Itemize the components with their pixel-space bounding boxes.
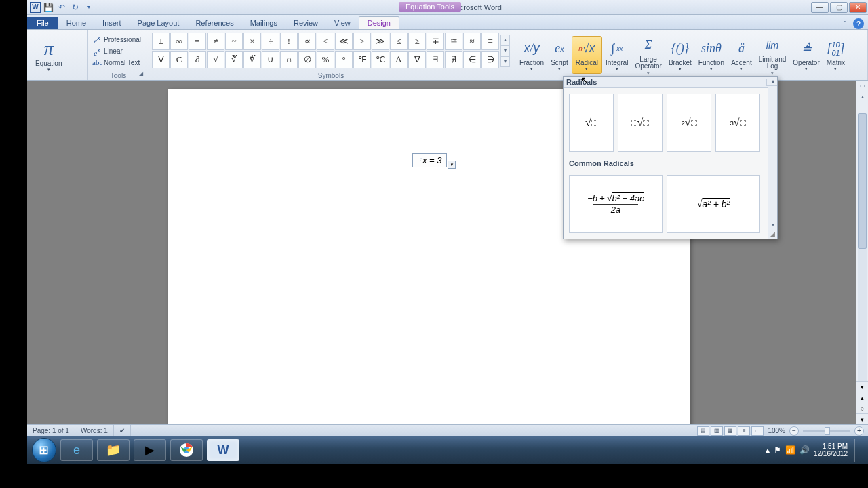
symbol-cell[interactable]: % <box>317 51 334 68</box>
tools-dialog-launcher[interactable]: ◢ <box>139 70 147 79</box>
symbol-cell[interactable]: ℃ <box>372 51 389 68</box>
function-button[interactable]: sinθFunction▾ <box>695 37 728 74</box>
save-button[interactable]: 💾 <box>42 1 54 14</box>
vscroll-thumb[interactable] <box>858 113 867 249</box>
matrix-button[interactable]: [1001]Matrix▾ <box>823 37 848 74</box>
maximize-button[interactable]: ▢ <box>830 2 848 13</box>
symbol-cell[interactable]: ∂ <box>189 51 206 68</box>
symbol-cell[interactable]: ~ <box>225 33 243 50</box>
symbol-cell[interactable]: ≫ <box>372 33 389 50</box>
symbol-cell[interactable]: ° <box>335 51 353 68</box>
taskbar-media-player[interactable]: ▶ <box>134 439 166 461</box>
view-web-layout[interactable]: ▦ <box>724 426 736 436</box>
tab-review[interactable]: Review <box>285 17 326 29</box>
taskbar-explorer[interactable]: 📁 <box>97 439 130 461</box>
gallery-scrollbar-down[interactable]: ▾ <box>768 220 777 229</box>
radical-sqrt[interactable]: √ <box>569 94 614 152</box>
equation-handle[interactable]: ⋮ <box>417 157 422 164</box>
symbol-cell[interactable]: ≪ <box>335 33 353 50</box>
vscroll-up[interactable]: ▴ <box>856 92 868 102</box>
symbol-cell[interactable]: ≥ <box>408 33 426 50</box>
tab-design[interactable]: Design <box>359 16 399 29</box>
symbol-cell[interactable]: ≤ <box>390 33 408 50</box>
radical-pythagorean[interactable]: √a² + b² <box>667 175 760 233</box>
symbol-cell[interactable]: × <box>243 33 261 50</box>
symbol-cell[interactable]: ∄ <box>445 51 462 68</box>
symbol-cell[interactable]: ≅ <box>445 33 462 50</box>
vscroll-down[interactable]: ▾ <box>856 381 868 392</box>
symbol-cell[interactable]: > <box>353 33 371 50</box>
zoom-level[interactable]: 100% <box>765 427 788 434</box>
taskbar-word[interactable]: W <box>207 439 239 461</box>
symbol-cell[interactable]: ∛ <box>225 51 243 68</box>
limit_log-button[interactable]: limLimit and Log▾ <box>755 33 790 77</box>
tray-clock[interactable]: 1:51 PM 12/16/2012 <box>814 443 848 458</box>
gallery-scrollbar-up[interactable]: ▴ <box>768 77 777 86</box>
prev-page-button[interactable]: ▴ <box>856 392 868 403</box>
start-button[interactable] <box>30 436 58 464</box>
symbol-cell[interactable]: ∆ <box>390 51 408 68</box>
symbols-scroll-up[interactable]: ▴ <box>500 35 510 45</box>
redo-button[interactable]: ↻ <box>69 1 81 14</box>
symbol-cell[interactable]: √ <box>207 51 224 68</box>
symbol-cell[interactable]: ∈ <box>463 51 481 68</box>
zoom-slider[interactable] <box>803 430 850 432</box>
tab-file[interactable]: File <box>27 17 58 29</box>
linear-button[interactable]: exLinear <box>91 46 142 58</box>
operator-button[interactable]: ≜Operator▾ <box>789 37 823 74</box>
radical-4th-root[interactable]: 3√ <box>715 94 760 152</box>
symbol-cell[interactable]: ℉ <box>353 51 371 68</box>
zoom-thumb[interactable] <box>825 427 830 435</box>
view-draft[interactable]: ▭ <box>751 426 764 436</box>
symbol-cell[interactable]: ! <box>280 33 298 50</box>
view-outline[interactable]: ≡ <box>738 426 750 436</box>
normal-text-button[interactable]: abcNormal Text <box>91 58 142 67</box>
symbol-cell[interactable]: ∋ <box>481 51 499 68</box>
tray-network-icon[interactable]: 📶 <box>785 445 795 455</box>
symbol-cell[interactable]: ∞ <box>170 33 188 50</box>
gallery-resize-handle[interactable]: ◢ <box>768 229 777 239</box>
minimize-ribbon-button[interactable]: ˇ <box>840 18 850 29</box>
symbol-cell[interactable]: ∜ <box>243 51 261 68</box>
symbol-cell[interactable]: C <box>170 51 188 68</box>
symbol-cell[interactable]: ± <box>152 33 170 50</box>
equation-content[interactable]: x = 3 <box>422 155 442 165</box>
tray-show-hidden[interactable]: ▴ <box>766 445 770 455</box>
undo-button[interactable]: ↶ <box>56 1 68 14</box>
symbol-cell[interactable]: ∩ <box>280 51 298 68</box>
symbols-more[interactable]: ▾ <box>500 56 510 67</box>
symbol-cell[interactable]: ∇ <box>408 51 426 68</box>
symbols-scroll-down[interactable]: ▾ <box>500 45 510 56</box>
professional-button[interactable]: exProfessional <box>91 34 142 45</box>
symbol-cell[interactable]: ∝ <box>298 33 316 50</box>
equation-button[interactable]: π Equation ▾ <box>30 37 67 74</box>
bracket-button[interactable]: {()}Bracket▾ <box>665 37 695 74</box>
radical-cube-root[interactable]: 2√ <box>667 94 711 152</box>
view-print-layout[interactable]: ▤ <box>697 426 709 436</box>
symbol-cell[interactable]: ≡ <box>481 33 499 50</box>
symbol-cell[interactable]: ∃ <box>427 51 444 68</box>
symbol-cell[interactable]: ÷ <box>262 33 279 50</box>
symbol-cell[interactable]: ∅ <box>298 51 316 68</box>
taskbar-ie[interactable]: e <box>60 439 93 461</box>
symbol-cell[interactable]: ∀ <box>152 51 170 68</box>
qat-customize[interactable]: ▾ <box>83 1 95 14</box>
next-page-button[interactable]: ▾ <box>856 413 868 424</box>
integral-button[interactable]: ∫-xxIntegral▾ <box>602 37 631 74</box>
minimize-button[interactable]: — <box>811 2 829 13</box>
show-desktop-button[interactable] <box>854 439 861 462</box>
tray-flag-icon[interactable]: ⚑ <box>774 445 781 455</box>
equation-options-button[interactable]: ▾ <box>448 161 456 169</box>
radical-quadratic-formula[interactable]: −b ± √b² − 4ac 2a <box>569 175 663 233</box>
word-icon[interactable]: W <box>30 2 41 13</box>
fraction-button[interactable]: x/yFraction▾ <box>516 37 547 74</box>
symbol-cell[interactable]: < <box>317 33 334 50</box>
tab-page-layout[interactable]: Page Layout <box>130 17 188 29</box>
symbol-cell[interactable]: ≈ <box>463 33 481 50</box>
zoom-in-button[interactable]: + <box>854 426 864 436</box>
accent-button[interactable]: äAccent▾ <box>728 37 755 74</box>
browse-object-button[interactable]: ○ <box>856 403 868 413</box>
radical-nth-root[interactable]: √ <box>618 94 663 152</box>
ruler-toggle[interactable]: ▭ <box>856 81 868 92</box>
tab-insert[interactable]: Insert <box>94 17 130 29</box>
